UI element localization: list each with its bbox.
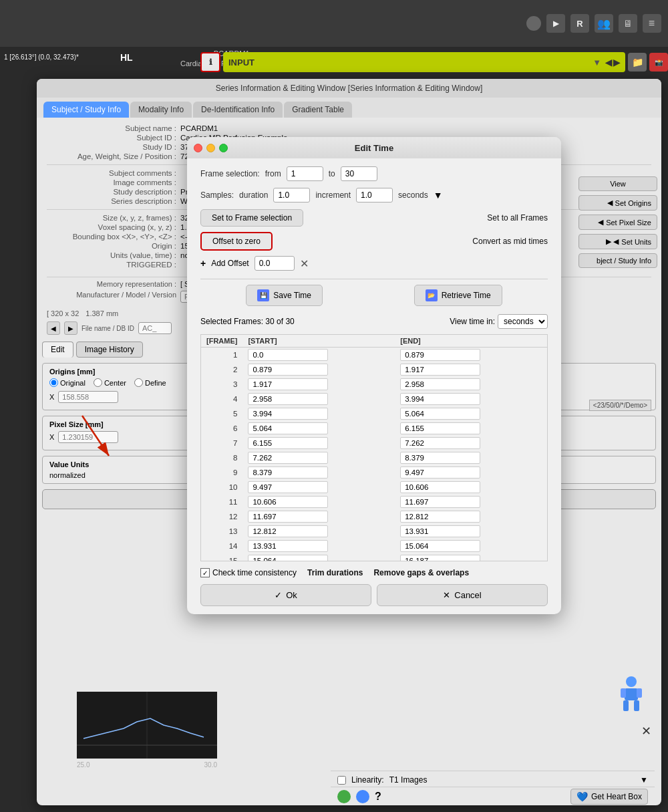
origins-x-input[interactable] <box>58 391 118 403</box>
filename-input[interactable] <box>138 322 172 334</box>
r-btn[interactable]: R <box>570 14 589 33</box>
start-input[interactable] <box>248 437 328 449</box>
folder-btn[interactable]: 📁 <box>628 53 647 72</box>
blue-circle-btn[interactable] <box>356 790 369 803</box>
set-to-all-btn[interactable]: Set to all Frames <box>487 213 548 223</box>
to-input[interactable] <box>341 166 377 181</box>
modal-min-btn[interactable] <box>206 144 215 152</box>
set-units-btn[interactable]: ▶ ◀ Set Units <box>578 234 657 249</box>
from-input[interactable] <box>287 166 323 181</box>
start-input[interactable] <box>248 378 328 390</box>
start-input[interactable] <box>248 349 328 361</box>
svg-rect-5 <box>637 688 642 698</box>
chart-label-25: 25.0 <box>77 761 90 769</box>
face-btn[interactable]: 👥 <box>595 14 613 33</box>
frame-table: [FRAME] [START] [END] 1 2 3 4 <box>201 335 547 561</box>
tab-subject-study[interactable]: Subject / Study Info <box>43 102 129 118</box>
end-input[interactable] <box>400 525 480 537</box>
tab-edit[interactable]: Edit <box>42 342 73 358</box>
end-input[interactable] <box>400 422 480 434</box>
end-input[interactable] <box>400 540 480 552</box>
tab-de-identification[interactable]: De-Identification Info <box>193 102 283 118</box>
radio-define[interactable]: Define <box>134 378 166 387</box>
start-input[interactable] <box>248 452 328 464</box>
screenshot-btn[interactable]: 📸 <box>649 53 668 72</box>
tab-modality[interactable]: Modality Info <box>130 102 192 118</box>
clear-offset-btn[interactable]: ✕ <box>300 257 309 270</box>
increment-input[interactable] <box>356 188 393 202</box>
modal-max-btn[interactable] <box>219 144 228 152</box>
check-consistency-box[interactable]: ✓ <box>200 568 210 577</box>
ok-btn[interactable]: ✓ Ok <box>200 584 371 606</box>
trim-durations-btn[interactable]: Trim durations <box>307 568 363 577</box>
end-input[interactable] <box>400 511 480 523</box>
end-input[interactable] <box>400 452 480 464</box>
view-time-dropdown[interactable]: seconds <box>498 314 548 329</box>
linearity-checkbox[interactable] <box>337 776 346 785</box>
set-to-frame-btn[interactable]: Set to Frame selection <box>200 209 303 227</box>
input-dropdown[interactable]: INPUT ▼ ◀ ▶ <box>223 52 625 72</box>
end-input[interactable] <box>400 393 480 405</box>
image-comments-label: Image comments : <box>47 178 180 186</box>
end-input[interactable] <box>400 408 480 420</box>
green-circle-btn[interactable] <box>337 790 351 803</box>
start-input[interactable] <box>248 496 328 508</box>
tab-gradient-table[interactable]: Gradient Table <box>284 102 352 118</box>
remove-gaps-btn[interactable]: Remove gaps & overlaps <box>373 568 469 577</box>
end-input[interactable] <box>400 378 480 390</box>
end-input[interactable] <box>400 466 480 479</box>
frame-table-scroll[interactable]: [FRAME] [START] [END] 1 2 3 4 <box>200 334 548 561</box>
end-input[interactable] <box>400 481 480 493</box>
start-input[interactable] <box>248 422 328 434</box>
end-input[interactable] <box>400 364 480 376</box>
start-input[interactable] <box>248 525 328 537</box>
check-consistency-label: Check time consistency <box>212 568 297 577</box>
save-time-btn[interactable]: 💾 Save Time <box>246 285 323 306</box>
tab-image-history[interactable]: Image History <box>76 342 143 358</box>
next-btn[interactable]: ▶ <box>64 321 77 335</box>
bounding-box-label: Bounding box <X>, <Y>, <Z> : <box>47 233 180 241</box>
screen-btn[interactable]: 🖥 <box>619 14 637 33</box>
modal-close-btn[interactable] <box>194 144 202 152</box>
start-input[interactable] <box>248 555 328 561</box>
terminal-btn[interactable]: ▶ <box>546 14 565 33</box>
pixel-size-x-input[interactable] <box>58 431 118 443</box>
start-input[interactable] <box>248 481 328 493</box>
start-input[interactable] <box>248 540 328 552</box>
radio-center[interactable]: Center <box>94 378 126 387</box>
triggered-label: TRIGGERED : <box>47 261 180 269</box>
start-input[interactable] <box>248 364 328 376</box>
input-indicator[interactable]: ℹ <box>200 52 220 72</box>
offset-to-zero-btn[interactable]: Offset to zero <box>200 232 273 251</box>
start-input[interactable] <box>248 466 328 479</box>
samples-label: Samples: <box>200 190 234 200</box>
frame-number: 4 <box>201 392 242 406</box>
toolbar-circle-btn[interactable] <box>526 16 541 31</box>
start-input[interactable] <box>248 511 328 523</box>
prev-btn[interactable]: ◀ <box>47 321 60 335</box>
convert-mid-times-btn[interactable]: Convert as mid times <box>472 237 548 246</box>
view-btn[interactable]: View <box>578 176 657 191</box>
end-input[interactable] <box>400 496 480 508</box>
end-input[interactable] <box>400 555 480 561</box>
get-heart-box-btn[interactable]: 💙 Get Heart Box <box>570 789 648 805</box>
voxel-value: 1. <box>180 223 187 231</box>
menu-btn[interactable]: ≡ <box>643 14 661 33</box>
question-btn[interactable]: ? <box>375 791 381 803</box>
start-input[interactable] <box>248 393 328 405</box>
start-input[interactable] <box>248 408 328 420</box>
set-pixel-size-btn[interactable]: ◀ Set Pixel Size <box>578 215 657 230</box>
seconds-dropdown-arrow[interactable]: ▼ <box>434 190 443 200</box>
radio-original[interactable]: Original <box>49 378 86 387</box>
add-offset-input[interactable] <box>255 256 295 271</box>
set-pixel-arrow: ◀ <box>598 218 603 227</box>
demo-path: <23/50/0/*/Demo> <box>589 400 651 411</box>
duration-input[interactable] <box>273 188 310 202</box>
cancel-btn[interactable]: ✕ Cancel <box>377 584 548 606</box>
retrieve-time-btn[interactable]: 📂 Retrieve Time <box>414 285 502 306</box>
end-input[interactable] <box>400 437 480 449</box>
close-x-btn[interactable]: ✕ <box>641 724 651 738</box>
set-origins-btn[interactable]: ◀ Set Origins <box>578 195 657 211</box>
end-input[interactable] <box>400 349 480 361</box>
subject-study-info-btn[interactable]: bject / Study Info <box>578 253 657 268</box>
